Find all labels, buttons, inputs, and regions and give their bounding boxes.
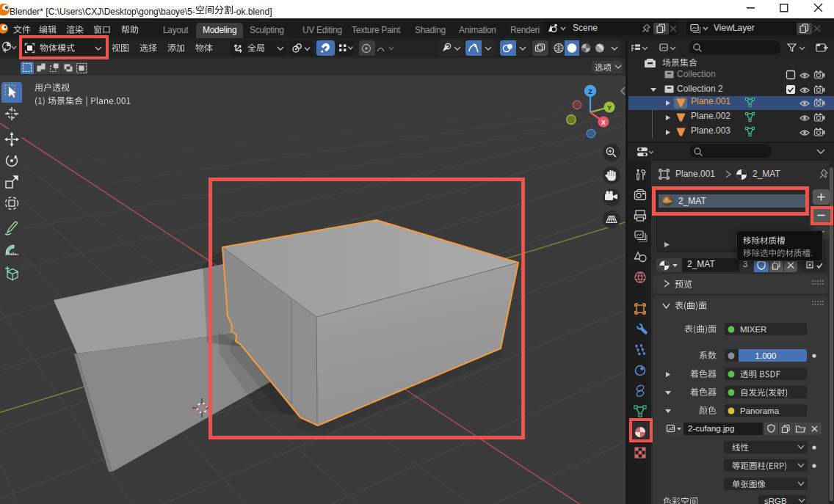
svg-text:Y: Y [607,104,612,112]
svg-text:Z: Z [588,88,592,95]
svg-text:X: X [601,119,606,126]
